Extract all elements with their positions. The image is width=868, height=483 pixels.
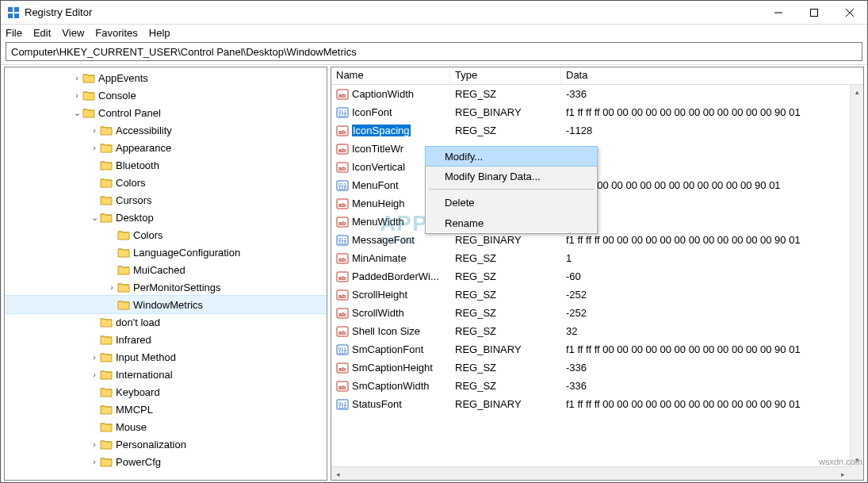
tree-pane[interactable]: ›AppEvents›Console⌄Control Panel›Accessi… (4, 67, 327, 481)
expand-icon[interactable]: › (106, 282, 117, 292)
value-name: SmCaptionFont (352, 343, 423, 355)
address-bar[interactable]: Computer\HKEY_CURRENT_USER\Control Panel… (6, 42, 862, 61)
folder-icon (100, 125, 113, 136)
menu-edit[interactable]: Edit (33, 27, 51, 39)
close-button[interactable] (832, 1, 867, 24)
value-type: REG_BINARY (450, 234, 561, 246)
value-data: -288 (561, 216, 863, 228)
address-text: Computer\HKEY_CURRENT_USER\Control Panel… (11, 46, 357, 58)
tree-item-mmcpl[interactable]: MMCPL (5, 401, 327, 418)
tree-item-powercfg[interactable]: ›PowerCfg (5, 453, 327, 470)
tree-item-cursors[interactable]: Cursors (5, 191, 327, 209)
value-row[interactable]: abSmCaptionWidthREG_SZ-336 (331, 377, 863, 395)
ctx-delete[interactable]: Delete (426, 192, 597, 213)
horizontal-scrollbar[interactable]: ◂ ▸ (331, 466, 850, 480)
menu-file[interactable]: File (6, 27, 22, 39)
tree-item-bluetooth[interactable]: Bluetooth (5, 156, 327, 174)
tree-item-don-t-load[interactable]: don't load (5, 313, 327, 331)
value-row[interactable]: abCaptionWidthREG_SZ-336 (331, 85, 863, 103)
scroll-left-icon[interactable]: ◂ (331, 467, 345, 481)
menu-favorites[interactable]: Favorites (95, 27, 137, 39)
value-data: f1 ff ff ff 00 00 00 00 00 00 00 00 00 0… (561, 398, 863, 410)
string-value-icon: ab (336, 161, 349, 174)
expand-icon[interactable]: › (89, 370, 100, 379)
tree-item-keyboard[interactable]: Keyboard (5, 383, 327, 401)
tree-item-colors[interactable]: Colors (5, 174, 327, 191)
value-row[interactable]: abSmCaptionHeightREG_SZ-336 (331, 358, 863, 377)
folder-icon (100, 159, 113, 171)
binary-value-icon: 011110 (336, 179, 349, 192)
tree-item-accessibility[interactable]: ›Accessibility (5, 121, 327, 139)
scroll-right-icon[interactable]: ▸ (836, 467, 850, 481)
value-row[interactable]: abScrollWidthREG_SZ-252 (331, 304, 863, 322)
string-value-icon: ab (336, 307, 349, 320)
expand-icon[interactable]: › (89, 143, 100, 152)
value-row[interactable]: 011110StatusFontREG_BINARYf1 ff ff ff 00… (331, 395, 863, 413)
folder-icon (100, 351, 113, 362)
tree-item-desktop[interactable]: ⌄Desktop (5, 209, 327, 226)
tree-item-label: WindowMetrics (133, 299, 203, 311)
expand-icon[interactable]: ⌄ (89, 213, 100, 223)
tree-item-languageconfiguration[interactable]: LanguageConfiguration (5, 243, 327, 261)
svg-rect-3 (14, 13, 19, 18)
minimize-button[interactable] (760, 1, 796, 24)
col-header-name[interactable]: Name (331, 67, 450, 84)
tree-item-international[interactable]: ›International (5, 366, 327, 383)
tree-item-input-method[interactable]: ›Input Method (5, 348, 327, 366)
value-data: f1 ff ff ff 00 00 00 00 00 00 00 00 00 0… (561, 234, 863, 246)
col-header-data[interactable]: Data (561, 67, 863, 84)
value-row[interactable]: abIconSpacingREG_SZ-1128 (331, 121, 863, 140)
tree-item-muicached[interactable]: MuiCached (5, 261, 327, 278)
folder-icon (82, 107, 95, 118)
tree-item-control-panel[interactable]: ⌄Control Panel (5, 104, 327, 121)
folder-icon (117, 247, 130, 258)
tree-item-personalization[interactable]: ›Personalization (5, 435, 327, 453)
tree-item-label: Colors (133, 229, 163, 241)
expand-icon[interactable]: ⌄ (71, 108, 82, 118)
tree-item-console[interactable]: ›Console (5, 86, 327, 104)
col-header-type[interactable]: Type (450, 67, 561, 84)
svg-text:ab: ab (338, 366, 346, 373)
expand-icon[interactable]: › (71, 73, 82, 82)
folder-icon (117, 264, 130, 275)
menu-view[interactable]: View (62, 27, 84, 39)
value-type: REG_BINARY (450, 343, 561, 355)
tree-item-colors[interactable]: Colors (5, 226, 327, 243)
value-row[interactable]: abMinAnimateREG_SZ1 (331, 249, 863, 267)
menu-help[interactable]: Help (149, 27, 170, 39)
value-name: ScrollWidth (352, 307, 404, 319)
tree-item-appevents[interactable]: ›AppEvents (5, 69, 327, 86)
value-data: -336 (561, 380, 863, 392)
expand-icon[interactable]: › (71, 90, 82, 100)
value-row[interactable]: abShell Icon SizeREG_SZ32 (331, 322, 863, 340)
tree-item-mouse[interactable]: Mouse (5, 418, 327, 435)
tree-item-windowmetrics[interactable]: WindowMetrics (5, 296, 327, 313)
expand-icon[interactable]: › (89, 457, 100, 466)
list-rows[interactable]: abCaptionWidthREG_SZ-336011110IconFontRE… (331, 85, 863, 480)
vertical-scrollbar[interactable]: ▴ ▾ (850, 85, 863, 466)
svg-text:ab: ab (338, 256, 346, 263)
expand-icon[interactable]: › (89, 439, 100, 449)
value-row[interactable]: 011110SmCaptionFontREG_BINARYf1 ff ff ff… (331, 340, 863, 358)
string-value-icon: ab (336, 197, 349, 210)
svg-text:ab: ab (338, 165, 346, 172)
value-row[interactable]: abPaddedBorderWi...REG_SZ-60 (331, 267, 863, 286)
expand-icon[interactable]: › (89, 125, 100, 135)
expand-icon[interactable]: › (89, 352, 100, 362)
tree-item-label: PerMonitorSettings (133, 282, 221, 293)
tree-item-appearance[interactable]: ›Appearance (5, 139, 327, 156)
folder-icon (117, 299, 130, 310)
svg-rect-1 (14, 7, 19, 12)
tree-item-label: Accessibility (116, 125, 172, 136)
value-row[interactable]: abScrollHeightREG_SZ-252 (331, 286, 863, 304)
value-row[interactable]: 011110IconFontREG_BINARYf1 ff ff ff 00 0… (331, 103, 863, 121)
ctx-rename[interactable]: Rename (426, 213, 597, 233)
svg-text:ab: ab (338, 147, 346, 154)
tree-item-permonitorsettings[interactable]: ›PerMonitorSettings (5, 278, 327, 296)
maximize-button[interactable] (796, 1, 832, 24)
ctx-modify-binary-data[interactable]: Modify Binary Data... (426, 166, 597, 186)
tree-item-infrared[interactable]: Infrared (5, 331, 327, 348)
tree-item-label: Colors (116, 177, 146, 189)
scroll-up-icon[interactable]: ▴ (851, 85, 864, 98)
ctx-modify[interactable]: Modify... (425, 146, 598, 167)
